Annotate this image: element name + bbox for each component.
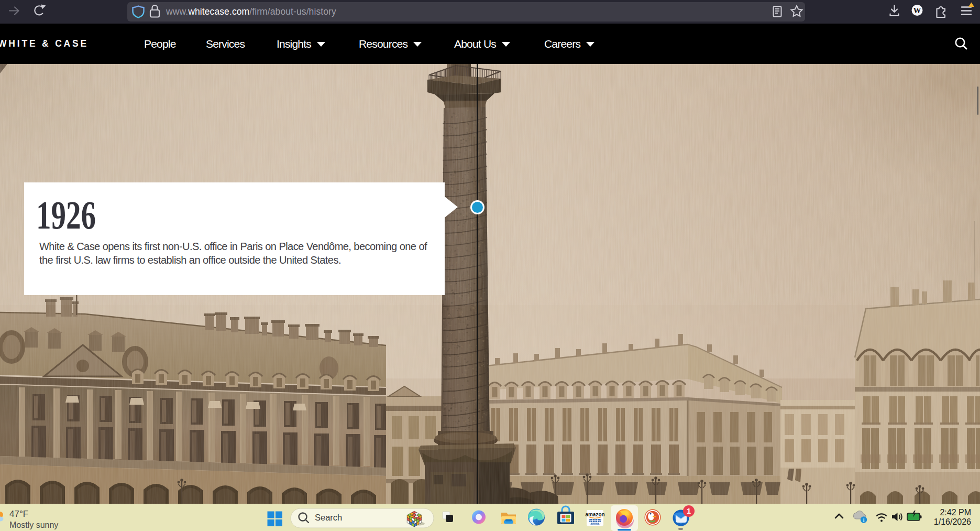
svg-text:i: i: [863, 518, 865, 523]
svg-text:W: W: [913, 6, 921, 15]
svg-text:amazon: amazon: [585, 512, 604, 517]
svg-text:1: 1: [687, 507, 691, 515]
svg-text:Search: Search: [315, 513, 342, 522]
